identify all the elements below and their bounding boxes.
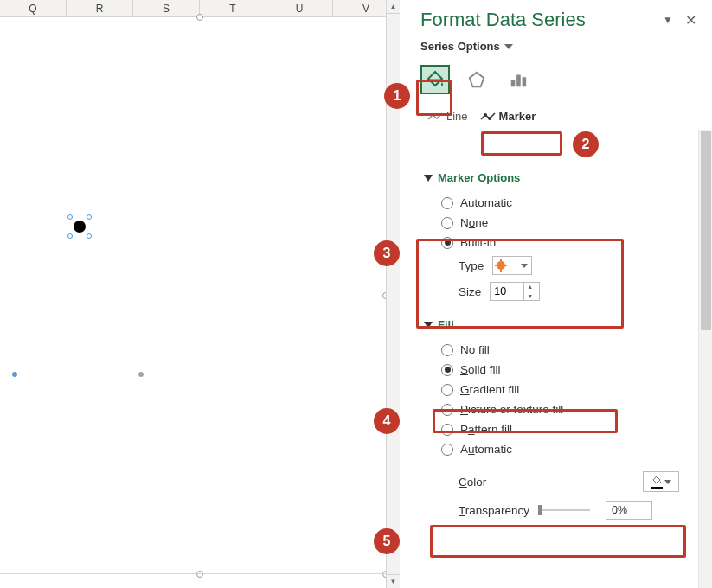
radio-icon — [441, 404, 453, 416]
radio-none[interactable]: None — [420, 213, 698, 233]
radio-builtin[interactable]: Built-in — [420, 233, 698, 252]
resize-handle[interactable] — [87, 233, 92, 239]
radio-icon — [441, 217, 453, 229]
options-scroll-area: Marker Options Automatic None Built-in T… — [401, 166, 698, 588]
resize-handle[interactable] — [87, 214, 92, 220]
radio-no-fill-label: No fill — [460, 343, 490, 356]
radio-automatic-label: Automatic — [460, 196, 512, 209]
marker-options-header-label: Marker Options — [438, 171, 520, 184]
close-icon[interactable]: ✕ — [681, 10, 700, 29]
tab-marker[interactable]: Marker — [480, 110, 536, 123]
fill-color-row: Color — [420, 468, 698, 495]
color-label: Color — [459, 476, 486, 489]
builtin-size-row: Size ▲ ▼ — [420, 278, 698, 304]
series-options-tab[interactable] — [504, 65, 533, 94]
pentagon-icon — [467, 70, 486, 89]
vertical-scrollbar[interactable]: ▲ ▼ — [386, 0, 400, 588]
col-header[interactable]: R — [67, 0, 133, 16]
marker-type-dropdown[interactable] — [492, 256, 532, 275]
tab-marker-label: Marker — [499, 110, 536, 123]
col-header[interactable]: Q — [0, 0, 67, 16]
paint-bucket-icon — [425, 69, 446, 90]
radio-gradient-fill[interactable]: Gradient fill — [420, 380, 698, 399]
radio-icon — [441, 364, 453, 376]
chart-plot-area[interactable] — [0, 17, 400, 574]
pane-menu-button[interactable]: ▼ — [658, 10, 677, 29]
transparency-value[interactable]: 0% — [606, 501, 652, 520]
marker-dot-icon — [74, 220, 86, 233]
transparency-label: Transparency — [459, 504, 529, 517]
radio-picture-fill[interactable]: Picture or texture fill — [420, 399, 698, 419]
col-header[interactable]: S — [133, 0, 200, 16]
spin-up-icon[interactable]: ▲ — [523, 283, 536, 291]
radio-icon — [441, 197, 453, 209]
collapse-icon — [424, 175, 433, 182]
svg-rect-1 — [516, 75, 521, 87]
scroll-down-icon[interactable]: ▼ — [387, 574, 400, 588]
bar-chart-icon — [509, 70, 528, 89]
radio-solid-fill[interactable]: Solid fill — [420, 360, 698, 380]
radio-icon — [441, 424, 453, 436]
chevron-down-icon — [504, 44, 513, 49]
category-icon-tabs — [401, 61, 712, 103]
radio-icon — [441, 384, 453, 396]
effects-tab[interactable] — [462, 65, 491, 94]
radio-icon — [441, 344, 453, 356]
resize-handle[interactable] — [67, 233, 73, 239]
resize-handle[interactable] — [67, 214, 73, 220]
line-icon — [427, 112, 443, 122]
pane-title: Format Data Series — [420, 9, 655, 31]
pane-vertical-scrollbar[interactable] — [698, 130, 712, 588]
transparency-row: Transparency 0% — [420, 495, 698, 523]
radio-icon — [441, 237, 453, 249]
fill-header[interactable]: Fill — [424, 318, 698, 331]
marker-icon — [480, 112, 496, 122]
scroll-thumb[interactable] — [701, 131, 711, 330]
paint-bucket-icon — [651, 474, 663, 486]
selection-handle[interactable] — [196, 14, 203, 21]
chevron-down-icon — [521, 264, 528, 268]
size-label: Size — [459, 285, 481, 298]
series-options-label: Series Options — [420, 40, 500, 53]
radio-pattern-fill-label: Pattern fill — [460, 423, 512, 436]
builtin-type-row: Type — [420, 252, 698, 278]
radio-fill-automatic[interactable]: Automatic — [420, 439, 698, 459]
radio-pattern-fill[interactable]: Pattern fill — [420, 419, 698, 439]
radio-picture-fill-label: Picture or texture fill — [460, 403, 563, 416]
radio-none-label: None — [460, 216, 488, 229]
scroll-up-icon[interactable]: ▲ — [387, 0, 400, 14]
radio-solid-fill-label: Solid fill — [460, 363, 501, 376]
fill-header-label: Fill — [438, 318, 454, 331]
col-header[interactable]: U — [266, 0, 333, 16]
svg-point-4 — [488, 117, 491, 120]
transparency-value-text: 0% — [612, 504, 627, 516]
radio-no-fill[interactable]: No fill — [420, 340, 698, 360]
format-data-series-pane: Format Data Series ▼ ✕ Series Options Li… — [401, 0, 712, 588]
slider-thumb[interactable] — [538, 505, 542, 515]
radio-icon — [441, 444, 453, 456]
col-header[interactable]: T — [200, 0, 266, 16]
radio-gradient-fill-label: Gradient fill — [460, 383, 519, 396]
marker-size-input[interactable] — [491, 285, 523, 297]
radio-automatic[interactable]: Automatic — [420, 193, 698, 213]
svg-rect-2 — [523, 77, 527, 86]
fill-color-dropdown[interactable] — [643, 471, 679, 492]
tab-line[interactable]: Line — [427, 110, 468, 123]
chart-marker-selected[interactable] — [69, 216, 90, 237]
chart-marker[interactable] — [12, 372, 17, 377]
spin-down-icon[interactable]: ▼ — [523, 291, 536, 300]
series-options-dropdown[interactable]: Series Options — [401, 35, 712, 61]
selection-handle[interactable] — [196, 571, 203, 578]
chart-marker[interactable] — [138, 372, 144, 377]
tab-line-label: Line — [446, 110, 468, 123]
chevron-down-icon — [664, 480, 671, 484]
marker-options-header[interactable]: Marker Options — [424, 171, 698, 184]
spreadsheet-chart-area: Q R S T U V ▲ ▼ — [0, 0, 400, 588]
svg-point-3 — [484, 113, 487, 117]
fill-line-tab[interactable] — [420, 65, 450, 94]
marker-size-stepper[interactable]: ▲ ▼ — [490, 282, 540, 301]
transparency-slider[interactable] — [538, 509, 590, 511]
marker-shape-icon — [497, 261, 505, 270]
type-label: Type — [459, 259, 484, 272]
color-swatch — [651, 487, 663, 489]
